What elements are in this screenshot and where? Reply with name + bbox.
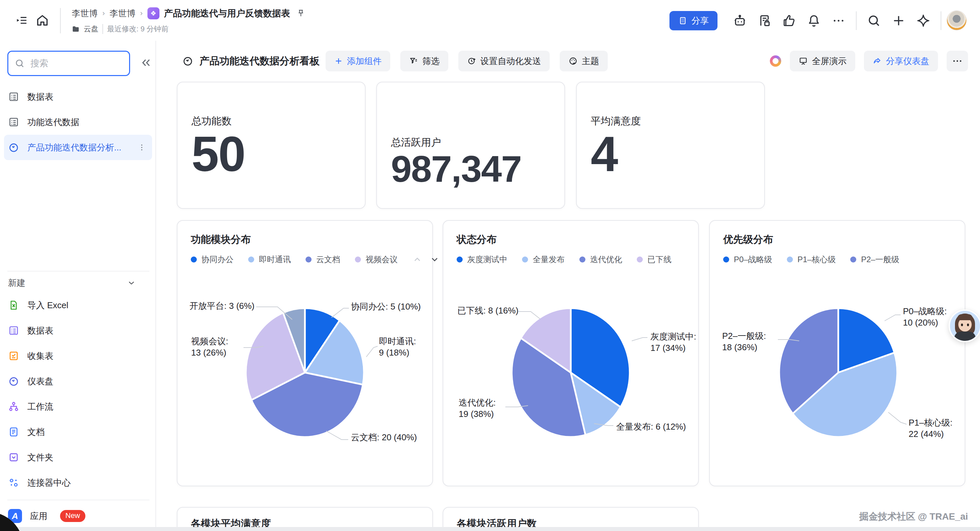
document-title[interactable]: 产品功能迭代与用户反馈数据表	[164, 7, 290, 19]
stat-card-active-users[interactable]: 总活跃用户 987,347	[376, 82, 565, 209]
stat-value: 987,347	[391, 149, 565, 189]
filter-button[interactable]: 筛选	[400, 51, 448, 72]
topbar-divider	[856, 11, 857, 30]
sidebar-new-doc[interactable]: 文档	[0, 419, 156, 445]
topbar: 李世博 › 李世博 › ❖ 产品功能迭代与用户反馈数据表 云盘 最近修改: 9 …	[0, 0, 980, 41]
chart-card-status-distribution[interactable]: 状态分布 灰度测试中全量发布迭代优化已下线 已下线: 8 (16%)灰度测试中:…	[442, 220, 699, 486]
connector-icon	[8, 477, 19, 488]
breadcrumb-item[interactable]: 李世博	[110, 8, 135, 19]
chevron-down-icon[interactable]	[127, 278, 136, 288]
sidebar-new-workflow[interactable]: 工作流	[0, 394, 156, 419]
sidebar-item-analysis-dashboard-selected[interactable]: 产品功能迭代数据分析...	[4, 135, 152, 160]
pie-callout-label: 灰度测试中:17 (34%)	[651, 331, 696, 353]
share-dashboard-button[interactable]: 分享仪表盘	[864, 51, 938, 72]
table-icon	[8, 91, 19, 102]
share-button-label: 分享	[692, 15, 709, 27]
dashboard-clock-icon	[8, 142, 19, 153]
like-thumb-icon[interactable]	[782, 13, 797, 28]
sidebar-new-import-excel[interactable]: 导入 Excel	[0, 293, 156, 318]
document-icon	[8, 426, 19, 437]
more-horizontal-icon[interactable]	[831, 13, 846, 28]
sidebar-divider	[7, 500, 150, 500]
breadcrumb-separator-icon: ›	[140, 9, 142, 17]
filter-label: 筛选	[422, 56, 440, 67]
user-avatar[interactable]	[947, 10, 967, 30]
sidebar-item-label: 导入 Excel	[27, 299, 68, 311]
notification-bell-icon[interactable]	[807, 13, 821, 28]
dashboard-clock-icon	[8, 375, 19, 387]
callout-leader-line	[885, 315, 900, 321]
add-widget-button[interactable]: 添加组件	[326, 51, 390, 72]
home-icon[interactable]	[35, 13, 49, 27]
pie-callout-label: P0–战略级:10 (20%)	[903, 305, 947, 328]
form-check-icon	[8, 350, 19, 362]
topbar-divider	[60, 8, 61, 33]
stat-label: 总活跃用户	[391, 136, 565, 149]
new-badge: New	[60, 510, 85, 522]
fullscreen-label: 全屏演示	[812, 56, 846, 67]
stat-value: 4	[591, 128, 764, 180]
search-icon[interactable]	[867, 13, 881, 28]
share-button[interactable]: 分享	[670, 11, 718, 30]
auto-send-label: 设置自动化发送	[480, 56, 541, 67]
sidebar-item-label: 文件夹	[27, 452, 53, 463]
sidebar-new-form[interactable]: 收集表	[0, 343, 156, 369]
share-dashboard-label: 分享仪表盘	[886, 56, 929, 67]
dashboard-more-button[interactable]	[947, 51, 968, 72]
pie-callout-label: 协同办公: 5 (10%)	[351, 301, 421, 312]
add-widget-label: 添加组件	[347, 56, 382, 67]
dashboard-toolbar: 添加组件 筛选 设置自动化发送 主题	[326, 51, 608, 72]
bottom-edge-strip	[0, 527, 980, 531]
new-section-header[interactable]: 新建	[8, 274, 148, 291]
approval-doc-lock-icon[interactable]	[757, 13, 772, 28]
callout-leader-line	[326, 431, 348, 440]
new-section-title: 新建	[8, 277, 25, 289]
workflow-icon	[8, 401, 19, 412]
dashboard-actions: 全屏演示 分享仪表盘	[770, 51, 968, 72]
sidebar-item-label: 仪表盘	[27, 375, 53, 387]
sidebar-divider	[7, 271, 150, 272]
stat-card-total-features[interactable]: 总功能数 50	[177, 82, 366, 209]
pie-callout-label: 开放平台: 3 (6%)	[189, 300, 255, 312]
chart-card-module-distribution[interactable]: 功能模块分布 协同办公即时通讯云文档视频会议 开放平台: 3 (6%)协同办公:…	[177, 220, 433, 486]
avatar-bang	[957, 314, 973, 320]
table-icon	[8, 325, 19, 336]
pin-icon[interactable]	[296, 9, 305, 18]
sidebar-item-feature-iteration-data[interactable]: 功能迭代数据	[0, 110, 156, 135]
sidebar-new-dashboard[interactable]: 仪表盘	[0, 369, 156, 394]
gradient-ring-icon[interactable]	[770, 56, 781, 67]
sparkle-ai-icon[interactable]	[916, 13, 931, 28]
breadcrumb-item[interactable]: 李世博	[72, 8, 98, 19]
sidebar-item-label: 产品功能迭代数据分析...	[27, 142, 121, 153]
doc-location[interactable]: 云盘	[84, 24, 99, 34]
sidebar-new-folder[interactable]: 文件夹	[0, 445, 156, 470]
sidebar-search[interactable]	[7, 51, 130, 76]
assistant-robot-icon[interactable]	[732, 13, 747, 28]
breadcrumb-separator-icon: ›	[102, 9, 105, 17]
create-plus-icon[interactable]	[891, 13, 906, 28]
item-more-icon[interactable]	[137, 143, 146, 152]
pie-callout-label: 全量发布: 6 (12%)	[616, 421, 686, 432]
assistant-avatar[interactable]	[949, 310, 980, 342]
sidebar-new-connector-center[interactable]: 连接器中心	[0, 470, 156, 495]
bitable-doc-icon: ❖	[148, 7, 159, 19]
stat-card-avg-satisfaction[interactable]: 平均满意度 4	[576, 82, 765, 209]
search-input[interactable]	[30, 58, 110, 69]
pie-chart	[710, 221, 966, 487]
pie-callout-label: 视频会议:13 (26%)	[191, 335, 228, 358]
sidebar-item-data-table[interactable]: 数据表	[0, 84, 156, 110]
sidebar-new-data-table[interactable]: 数据表	[0, 318, 156, 343]
pie-chart	[443, 221, 700, 487]
theme-button[interactable]: 主题	[560, 51, 608, 72]
fullscreen-present-button[interactable]: 全屏演示	[790, 51, 855, 72]
stat-label: 平均满意度	[591, 114, 764, 128]
sidebar-toggle-icon[interactable]	[15, 14, 28, 27]
pie-callout-label: 迭代优化:19 (38%)	[459, 397, 496, 420]
collapse-sidebar-icon[interactable]	[140, 57, 152, 69]
topbar-icons	[732, 11, 941, 30]
sidebar-item-apps[interactable]: A 应用 New	[0, 503, 156, 529]
auto-send-button[interactable]: 设置自动化发送	[458, 51, 550, 72]
doc-meta: 云盘 最近修改: 9 分钟前	[72, 24, 169, 34]
chart-card-priority-distribution[interactable]: 优先级分布 P0–战略级P1–核心级P2–一般级 P0–战略级:10 (20%)…	[709, 220, 965, 486]
stat-label: 总功能数	[191, 114, 365, 128]
